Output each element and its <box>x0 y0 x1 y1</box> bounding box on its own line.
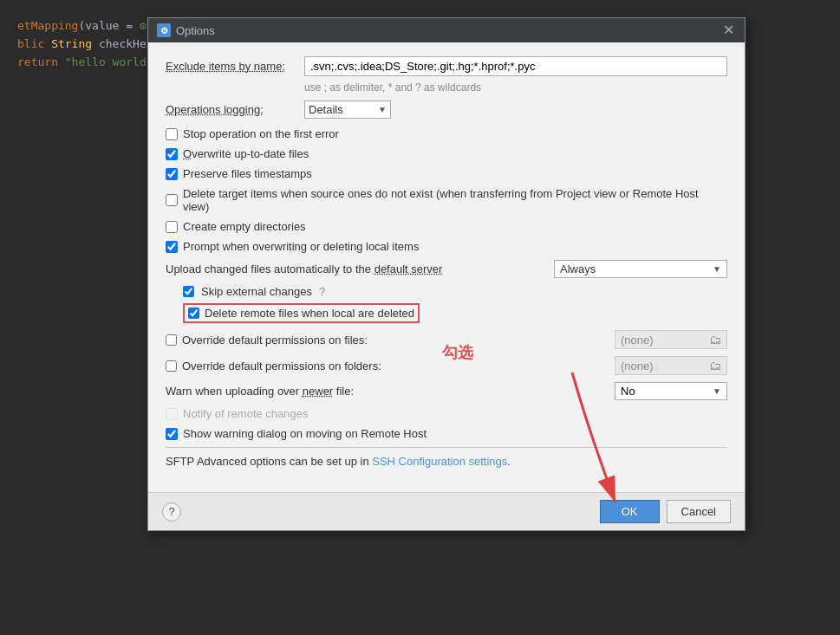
operations-value: Details <box>309 103 374 116</box>
ok-button[interactable]: OK <box>600 500 660 523</box>
show-warning-row: Show warning dialog on moving on Remote … <box>166 427 727 440</box>
notify-label: Notify of remote changes <box>183 407 309 420</box>
delete-remote-section: Delete remote files when local are delet… <box>183 303 727 323</box>
folders-folder-icon: 🗂 <box>709 359 721 373</box>
override-files-row: Override default permissions on files: (… <box>166 330 727 349</box>
help-button[interactable]: ? <box>162 502 181 522</box>
operations-arrow: ▼ <box>378 105 387 114</box>
show-warning-checkbox[interactable] <box>166 428 178 440</box>
operations-row: Operations logging: Details ▼ <box>166 100 727 119</box>
dialog-body: Exclude items by name: use ; as delimite… <box>148 42 745 492</box>
preserve-row: Preserve files timestamps <box>166 167 727 180</box>
override-folders-row: Override default permissions on folders:… <box>166 356 727 375</box>
prompt-label: Prompt when overwriting or deleting loca… <box>183 240 419 253</box>
dialog-title: Options <box>176 24 215 37</box>
create-empty-row: Create empty directories <box>166 220 727 233</box>
sftp-line: SFTP Advanced options can be set up in S… <box>166 455 727 468</box>
override-folders-input[interactable]: (none) 🗂 <box>615 356 727 375</box>
dialog-icon: ⚙ <box>157 23 171 37</box>
dialog-titlebar: ⚙ Options ✕ <box>148 18 745 42</box>
stop-operation-checkbox[interactable] <box>166 128 178 140</box>
sftp-text: SFTP Advanced options can be set up in <box>166 455 372 468</box>
warn-row: Warn when uploading over newer file: No … <box>166 382 727 400</box>
override-folders-label: Override default permissions on folders: <box>182 360 615 373</box>
dialog-footer: ? OK Cancel <box>148 492 745 530</box>
skip-external-label: Skip external changes <box>201 285 312 298</box>
notify-row: Notify of remote changes <box>166 407 727 420</box>
notify-checkbox[interactable] <box>166 408 178 420</box>
sftp-period: . <box>507 455 511 468</box>
preserve-checkbox[interactable] <box>166 168 178 180</box>
upload-dropdown[interactable]: Always ▼ <box>554 260 727 278</box>
files-folder-icon: 🗂 <box>709 333 721 347</box>
create-empty-label: Create empty directories <box>183 220 306 233</box>
stop-operation-row: Stop operation on the first error <box>166 127 727 140</box>
warn-arrow: ▼ <box>713 386 721 396</box>
separator <box>166 447 727 448</box>
close-button[interactable]: ✕ <box>721 23 736 37</box>
delete-remote-checkbox[interactable] <box>188 308 199 319</box>
delete-remote-label: Delete remote files when local are delet… <box>205 307 414 320</box>
help-question-mark[interactable]: ? <box>319 285 325 298</box>
cancel-button[interactable]: Cancel <box>667 500 731 523</box>
delete-target-label: Delete target items when source ones do … <box>183 187 727 213</box>
exclude-row: Exclude items by name: <box>166 56 727 76</box>
options-dialog: ⚙ Options ✕ Exclude items by name: use ;… <box>147 17 746 531</box>
overwrite-checkbox[interactable] <box>166 148 178 160</box>
operations-dropdown[interactable]: Details ▼ <box>304 100 391 119</box>
exclude-label: Exclude items by name: <box>166 60 304 73</box>
delete-target-row: Delete target items when source ones do … <box>166 187 727 213</box>
titlebar-left: ⚙ Options <box>157 23 215 37</box>
sftp-link[interactable]: SSH Configuration settings <box>372 455 507 468</box>
preserve-label: Preserve files timestamps <box>183 167 312 180</box>
override-files-checkbox[interactable] <box>166 334 177 346</box>
exclude-input[interactable] <box>304 56 727 76</box>
warn-label: Warn when uploading over newer file: <box>166 385 615 398</box>
operations-label: Operations logging: <box>166 103 304 116</box>
indented-section: Skip external changes ? Delete remote fi… <box>166 285 727 323</box>
override-folders-checkbox[interactable] <box>166 360 177 372</box>
override-files-input[interactable]: (none) 🗂 <box>615 330 727 349</box>
upload-label: Upload changed files automatically to th… <box>166 262 554 275</box>
footer-buttons: OK Cancel <box>600 500 731 523</box>
prompt-checkbox[interactable] <box>166 241 178 253</box>
overwrite-label: Overwrite up-to-date files <box>183 147 309 160</box>
stop-operation-label: Stop operation on the first error <box>183 127 339 140</box>
skip-external-row: Skip external changes ? <box>183 285 727 298</box>
warn-value: No <box>621 385 709 398</box>
warn-dropdown[interactable]: No ▼ <box>615 382 727 400</box>
skip-external-checkbox[interactable] <box>183 286 194 297</box>
create-empty-checkbox[interactable] <box>166 221 178 233</box>
overwrite-row: Overwrite up-to-date files <box>166 147 727 160</box>
delete-target-checkbox[interactable] <box>166 194 178 206</box>
override-folders-value: (none) <box>621 360 706 373</box>
exclude-hint: use ; as delimiter, * and ? as wildcards <box>304 81 727 94</box>
dialog-overlay: ⚙ Options ✕ Exclude items by name: use ;… <box>0 0 840 635</box>
override-files-label: Override default permissions on files: <box>182 334 615 347</box>
upload-row: Upload changed files automatically to th… <box>166 260 727 278</box>
show-warning-label: Show warning dialog on moving on Remote … <box>183 427 427 440</box>
upload-arrow: ▼ <box>713 264 721 274</box>
prompt-row: Prompt when overwriting or deleting loca… <box>166 240 727 253</box>
override-files-value: (none) <box>621 334 706 347</box>
upload-value: Always <box>560 262 709 275</box>
delete-remote-outline: Delete remote files when local are delet… <box>183 303 420 323</box>
